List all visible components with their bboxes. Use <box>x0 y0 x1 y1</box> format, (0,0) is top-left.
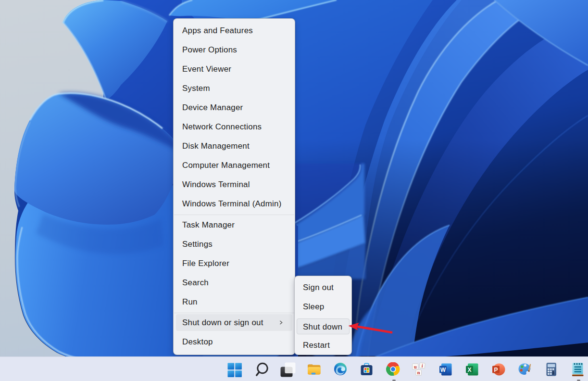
svg-text:W: W <box>440 367 446 373</box>
svg-text:X: X <box>467 367 471 373</box>
svg-text:n: n <box>417 370 420 375</box>
svg-text:P: P <box>494 367 498 373</box>
svg-text:u: u <box>414 364 417 369</box>
